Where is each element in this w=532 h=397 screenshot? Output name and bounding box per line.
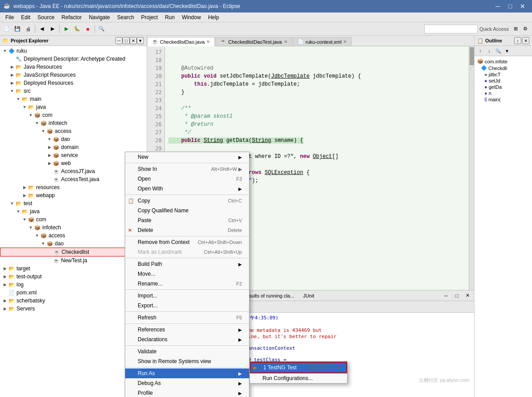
tree-item-main[interactable]: ▼ 📂 main (0, 95, 147, 103)
tree-item-infotech[interactable]: ▼ 📦 infotech (0, 119, 147, 127)
ctx-open-with[interactable]: Open With ▶ (125, 184, 249, 194)
ctx-export-label: Export... (138, 302, 158, 309)
outline-btn-2[interactable]: ↓ (485, 47, 493, 55)
tab-junit[interactable]: JUnit (299, 292, 318, 300)
toggle-test-output: ▶ (2, 273, 8, 280)
minimize-button[interactable]: ─ (492, 2, 503, 11)
ctx-export[interactable]: Export... (125, 301, 249, 310)
ctx-paste[interactable]: Paste Ctrl+V (125, 215, 249, 225)
ctx-declarations[interactable]: Declarations ▶ (125, 335, 249, 344)
sub-item-run-configs[interactable]: Run Configurations... (250, 373, 347, 383)
tab-close-test[interactable]: ✕ (284, 39, 287, 44)
ctx-import[interactable]: Import... (125, 291, 249, 301)
ctx-validate[interactable]: Validate (125, 347, 249, 356)
tree-item-src[interactable]: ▼ 📂 src (0, 87, 147, 95)
tree-label-target: target (16, 265, 30, 272)
tree-item-deploy[interactable]: 🔧 Deployment Descriptor: Archetype Creat… (0, 55, 147, 63)
toolbar-search-btn[interactable]: 🔍 (97, 24, 106, 34)
outline-item-package[interactable]: 📦 com.infote (476, 58, 530, 65)
tab-close-checkedlist[interactable]: ✕ (206, 39, 210, 44)
panel-minimize-btn[interactable]: ─ (115, 37, 123, 44)
toolbar-debug-btn[interactable]: 🐛 (72, 24, 82, 34)
sub-item-testng[interactable]: ▶ 1 TestNG Test Alt+Shift+X, N (250, 362, 347, 373)
outline-item-field1[interactable]: ● jdbcT (476, 71, 530, 78)
ctx-mark-landmark[interactable]: Mark as Landmark Ctrl+Alt+Shift+Up (125, 247, 249, 257)
ctx-remove-context[interactable]: Remove from Context Ctrl+Alt+Shift+Down (125, 237, 249, 247)
tree-item-java[interactable]: ▼ 📂 java (0, 103, 147, 111)
outline-btn-1[interactable]: ↑ (476, 47, 484, 55)
tree-item-js-res[interactable]: ▶ 📂 JavaScript Resources (0, 71, 147, 79)
tab-checkedlistdao[interactable]: ☕ CheckedlistDao.java ✕ (147, 37, 215, 46)
bottom-close-btn[interactable]: ✕ (462, 291, 472, 301)
outline-item-method-main[interactable]: $ main( (476, 96, 530, 103)
toolbar-back-btn[interactable]: ◀ (37, 24, 47, 34)
ctx-build-path[interactable]: Build Path ▶ (125, 259, 249, 269)
panel-maximize-btn[interactable]: □ (123, 37, 130, 44)
tree-item-dao[interactable]: ▼ 📦 dao (0, 135, 147, 143)
outline-sort-btn[interactable]: ↕ (514, 37, 521, 44)
outline-item-class[interactable]: 🔷 Checkdli (476, 65, 530, 71)
ctx-refresh[interactable]: Refresh F5 (125, 313, 249, 323)
bottom-minimize-btn[interactable]: ─ (441, 291, 451, 301)
menu-source[interactable]: Source (34, 13, 58, 21)
outline-btn-3[interactable]: 🔍 (494, 47, 502, 55)
tree-item-ruku[interactable]: ▼ 🔷 ruku (0, 47, 147, 55)
ctx-show-in[interactable]: Show In Alt+Shift+W ▶ (125, 164, 249, 174)
menu-help[interactable]: Help (205, 13, 223, 21)
ctx-profile[interactable]: Profile ▶ (125, 388, 249, 397)
tree-item-java-res[interactable]: ▶ 📂 Java Resources (0, 63, 147, 71)
menu-navigate[interactable]: Navigate (85, 13, 113, 21)
tree-item-deployed[interactable]: ▶ 📂 Deployed Resources (0, 79, 147, 87)
tree-item-access[interactable]: ▼ 📦 access (0, 127, 147, 135)
folder-scherbatsky-icon: 📂 (8, 297, 15, 304)
editor-scrollbar-thumb[interactable] (470, 47, 474, 65)
ctx-new[interactable]: New ▶ (125, 152, 249, 162)
toolbar-stop-btn[interactable]: ■ (83, 24, 93, 34)
ctx-show-remote[interactable]: Show in Remote Systems view (125, 356, 249, 366)
menu-refactor[interactable]: Refactor (58, 13, 85, 21)
toolbar-save-btn[interactable]: 💾 (12, 24, 22, 34)
menu-window[interactable]: Window (178, 13, 205, 21)
perspective-btn[interactable]: ⊞ (511, 24, 520, 34)
ctx-declarations-label: Declarations (138, 336, 168, 343)
ctx-open[interactable]: Open F3 (125, 174, 249, 184)
toolbar-new-btn[interactable]: 📄 (2, 24, 12, 34)
ctx-debug-as[interactable]: Debug As ▶ (125, 378, 249, 388)
panel-menu-btn[interactable]: ▼ (137, 37, 144, 44)
panel-close-btn[interactable]: ✕ (130, 37, 137, 44)
quick-access-input[interactable] (424, 25, 478, 33)
outline-item-method1[interactable]: ● setJd (476, 78, 530, 84)
menu-edit[interactable]: Edit (17, 13, 34, 21)
folder-log-icon: 📂 (8, 281, 15, 288)
ctx-delete[interactable]: ✕ Delete Delete (125, 225, 249, 235)
outline-close-btn[interactable]: ✕ (522, 37, 529, 44)
outline-btn-4[interactable]: ▼ (503, 47, 511, 55)
ctx-move[interactable]: Move... (125, 269, 249, 279)
ctx-references-label: References (138, 327, 165, 333)
tab-checkedlistdaotest[interactable]: ☕ CheckedlistDaoTest.java ✕ (215, 37, 292, 46)
toolbar-run-btn[interactable]: ▶ (61, 24, 71, 34)
ctx-copy-qualified[interactable]: Copy Qualified Name (125, 206, 249, 215)
outline-item-method-n[interactable]: ● n (476, 90, 530, 96)
outline-item-method2[interactable]: ● getDa (476, 84, 530, 90)
settings-btn[interactable]: ⚙ (520, 24, 530, 34)
tree-item-com[interactable]: ▼ 📦 com (0, 111, 147, 119)
menu-project[interactable]: Project (138, 13, 161, 21)
toolbar-forward-btn[interactable]: ▶ (48, 24, 57, 34)
tab-context-xml[interactable]: 📄 ruku-context.xml ✕ (293, 37, 352, 46)
toolbar-print-btn[interactable]: 🖨 (23, 24, 33, 34)
editor-scrollbar[interactable] (469, 46, 474, 290)
menu-run[interactable]: Run (161, 13, 178, 21)
menu-file[interactable]: File (2, 13, 17, 21)
ctx-references[interactable]: References ▶ (125, 325, 249, 335)
ctx-copy[interactable]: 📋 Copy Ctrl+C (125, 196, 249, 206)
maximize-button[interactable]: □ (504, 2, 516, 11)
ctx-rename[interactable]: Rename... F2 (125, 279, 249, 289)
tab-close-xml[interactable]: ✕ (343, 39, 347, 44)
menu-search[interactable]: Search (114, 13, 138, 21)
folder-deployed-icon: 📂 (15, 79, 22, 87)
close-button[interactable]: ✕ (517, 2, 528, 11)
bottom-maximize-btn[interactable]: □ (452, 291, 462, 301)
ctx-run-as[interactable]: Run As ▶ (125, 368, 249, 378)
tree-item-domain[interactable]: ▶ 📦 domain (0, 143, 147, 151)
